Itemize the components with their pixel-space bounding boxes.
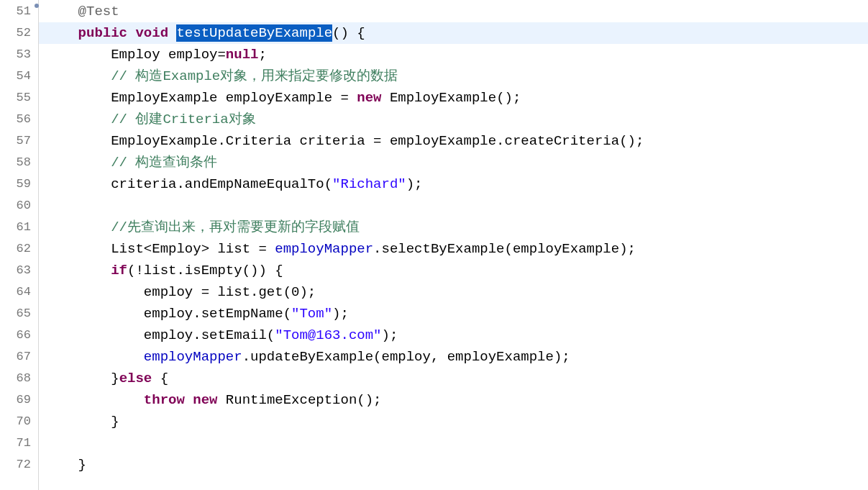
line-number: 56 — [0, 109, 38, 130]
line-number: 60 — [0, 195, 38, 217]
code-token: List<Employ> list = — [111, 241, 275, 257]
indent — [45, 47, 111, 63]
code-token: Employ employ= — [111, 47, 226, 63]
code-line[interactable]: EmployExample employExample = new Employ… — [45, 87, 868, 109]
code-token: employMapper — [144, 349, 242, 365]
line-number: 70 — [0, 411, 38, 432]
code-token: ); — [382, 327, 398, 343]
code-line[interactable]: employ.setEmail("Tom@163.com"); — [45, 325, 868, 346]
indent — [45, 25, 78, 41]
code-line[interactable]: //先查询出来，再对需要更新的字段赋值 — [45, 217, 868, 238]
line-number: 67 — [0, 346, 38, 368]
code-token: .updateByExample(employ, employExample); — [242, 349, 570, 365]
code-token: if — [111, 263, 127, 278]
line-number: 54 — [0, 65, 38, 87]
line-number: 57 — [0, 130, 38, 152]
code-line[interactable]: throw new RuntimeException(); — [45, 389, 868, 411]
code-line[interactable] — [45, 195, 868, 217]
line-number: 61 — [0, 217, 38, 238]
line-number: 65 — [0, 303, 38, 325]
code-token: } — [111, 414, 119, 430]
code-line[interactable]: if(!list.isEmpty()) { — [45, 260, 868, 281]
indent — [45, 349, 144, 365]
code-token: { — [152, 371, 168, 386]
line-number: 55 — [0, 87, 38, 109]
code-token: ); — [406, 176, 423, 192]
code-token: void — [135, 25, 168, 41]
line-number: 58 — [0, 152, 38, 173]
indent — [45, 241, 111, 257]
code-line[interactable]: employ.setEmpName("Tom"); — [45, 303, 868, 325]
code-token: ); — [332, 306, 349, 322]
line-number-gutter: 5152535455565758596061626364656667686970… — [0, 0, 39, 490]
selected-text: testUpdateByExample — [176, 24, 332, 42]
line-number: 53 — [0, 44, 38, 65]
code-token: EmployExample.Criteria criteria = employ… — [111, 133, 644, 149]
code-line[interactable]: EmployExample.Criteria criteria = employ… — [45, 130, 868, 152]
code-line[interactable]: criteria.andEmpNameEqualTo("Richard"); — [45, 173, 868, 195]
line-number: 66 — [0, 325, 38, 346]
code-token: null — [226, 47, 259, 63]
line-number: 51 — [0, 1, 38, 22]
indent — [45, 133, 111, 149]
code-line[interactable] — [45, 432, 868, 454]
code-token — [168, 25, 176, 41]
indent — [45, 90, 111, 106]
code-line[interactable]: // 构造查询条件 — [45, 152, 868, 173]
code-token: employ = list.get(0); — [144, 284, 316, 300]
indent — [45, 155, 111, 171]
code-token: public — [78, 25, 127, 41]
indent — [45, 284, 144, 300]
line-number: 68 — [0, 368, 38, 389]
code-token: throw — [144, 392, 185, 408]
line-number: 59 — [0, 173, 38, 195]
code-editor[interactable]: 5152535455565758596061626364656667686970… — [0, 0, 868, 490]
code-token: else — [119, 371, 152, 386]
line-number: 52 — [0, 22, 38, 44]
code-token: } — [78, 457, 86, 473]
code-token: "Richard" — [332, 176, 406, 192]
indent — [45, 263, 111, 278]
code-line[interactable]: // 创建Criteria对象 — [45, 109, 868, 130]
code-token: employ.setEmpName( — [144, 306, 291, 322]
code-line[interactable]: // 构造Example对象，用来指定要修改的数据 — [45, 65, 868, 87]
code-line[interactable]: }else { — [45, 368, 868, 389]
indent — [45, 371, 111, 386]
code-area[interactable]: @Test public void testUpdateByExample() … — [39, 0, 868, 490]
line-number: 72 — [0, 454, 38, 476]
code-token: employMapper — [275, 241, 373, 257]
code-line[interactable]: employMapper.updateByExample(employ, emp… — [45, 346, 868, 368]
code-token: } — [111, 371, 119, 386]
code-line[interactable]: employ = list.get(0); — [45, 281, 868, 303]
code-token: criteria.andEmpNameEqualTo( — [111, 176, 332, 192]
code-token: ; — [258, 47, 266, 63]
code-token: employ.setEmail( — [144, 327, 275, 343]
code-line[interactable]: } — [45, 411, 868, 432]
indent — [45, 4, 78, 19]
indent — [45, 68, 111, 84]
code-line[interactable]: List<Employ> list = employMapper.selectB… — [45, 238, 868, 260]
code-line[interactable]: } — [45, 454, 868, 476]
code-token — [185, 392, 193, 408]
code-token: // 创建Criteria对象 — [111, 112, 255, 127]
code-token: (!list.isEmpty()) { — [127, 263, 283, 278]
code-token: RuntimeException(); — [217, 392, 381, 408]
code-token: EmployExample(); — [382, 90, 521, 106]
code-token — [127, 25, 135, 41]
indent — [45, 306, 144, 322]
code-line[interactable]: public void testUpdateByExample() { — [39, 22, 868, 44]
code-line[interactable]: @Test — [45, 1, 868, 22]
code-token: // 构造查询条件 — [111, 155, 217, 171]
indent — [45, 327, 144, 343]
line-number: 71 — [0, 432, 38, 454]
indent — [45, 392, 144, 408]
indent — [45, 198, 111, 214]
code-token: // 构造Example对象，用来指定要修改的数据 — [111, 68, 398, 84]
indent — [45, 112, 111, 127]
line-number: 69 — [0, 389, 38, 411]
line-number: 62 — [0, 238, 38, 260]
code-token: EmployExample employExample = — [111, 90, 357, 106]
code-token: @Test — [78, 4, 119, 19]
indent — [45, 457, 78, 473]
code-line[interactable]: Employ employ=null; — [45, 44, 868, 65]
